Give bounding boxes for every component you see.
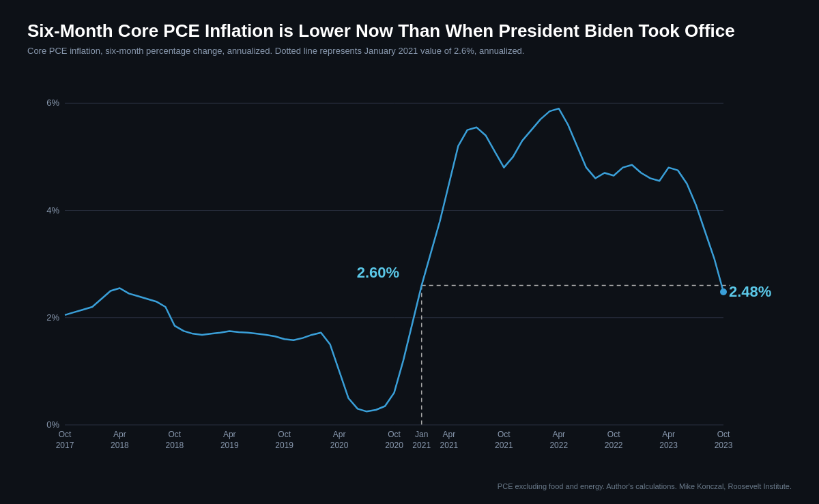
- line-chart: [27, 63, 792, 479]
- chart-subtitle: Core PCE inflation, six-month percentage…: [27, 46, 792, 56]
- main-container: Six-Month Core PCE Inflation is Lower No…: [0, 0, 819, 504]
- chart-area: [27, 63, 792, 479]
- chart-footer: PCE excluding food and energy. Author's …: [27, 482, 792, 490]
- chart-title: Six-Month Core PCE Inflation is Lower No…: [27, 20, 792, 42]
